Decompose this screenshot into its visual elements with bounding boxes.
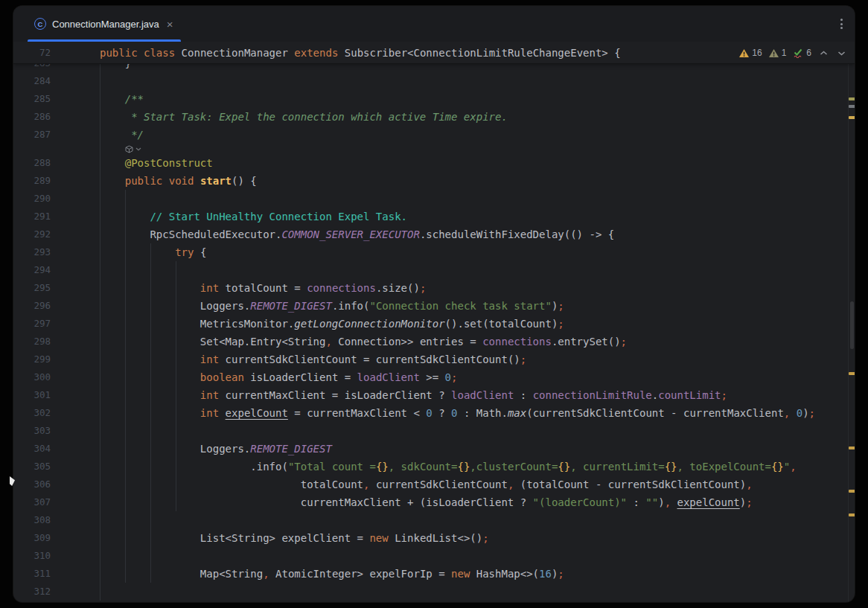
code-text: /** [100,90,144,108]
stripe-warning-mark[interactable] [849,372,855,375]
code-line[interactable]: 296 Loggers.REMOTE_DIGEST.info("Connecti… [13,297,848,315]
line-number[interactable] [13,144,51,154]
code-editor[interactable]: 283 }284285 /**286 * Start Task: Expel t… [13,6,855,602]
stripe-warning-mark[interactable] [849,490,855,493]
line-number[interactable]: 308 [13,511,51,529]
bean-inlay-icon[interactable] [125,145,133,153]
tab-close-icon[interactable]: × [167,19,173,30]
line-number[interactable]: 285 [13,90,51,108]
line-number[interactable]: 299 [13,351,51,368]
line-number[interactable]: 296 [13,297,51,315]
inlay-hint[interactable] [100,144,141,154]
editor-tab-bar: C ConnectionManager.java × [13,6,855,42]
weak-warning-icon [769,49,779,57]
tab-label: ConnectionManager.java [52,19,159,30]
code-text: Loggers.REMOTE_DIGEST [100,440,332,458]
code-text: Set<Map.Entry<String, Connection>> entri… [100,333,627,351]
line-number[interactable]: 304 [13,440,51,458]
code-line[interactable]: 305 .info("Total count ={}, sdkCount={},… [13,458,848,476]
scrollbar-track-line [848,42,849,602]
line-number[interactable]: 287 [13,126,51,144]
code-text: int currentMaxClient = isLoaderClient ? … [100,386,727,404]
code-line[interactable]: 311 Map<String, AtomicInteger> expelForI… [13,565,848,583]
sticky-line-code: public class ConnectionManager extends S… [100,42,621,64]
weak-warning-indicator[interactable]: 1 [769,48,787,58]
inlay-chevron-down-icon[interactable] [135,147,141,151]
code-line[interactable]: 306 totalCount, currentSdkClientCount, (… [13,476,848,493]
code-text: .info("Total count ={}, sdkCount={},clus… [100,458,797,476]
line-number[interactable]: 291 [13,208,51,225]
line-number[interactable]: 292 [13,225,51,243]
code-line[interactable]: 291 // Start UnHealthy Connection Expel … [13,208,848,225]
line-number[interactable]: 310 [13,547,51,565]
line-number[interactable]: 301 [13,386,51,404]
line-number[interactable]: 303 [13,422,51,440]
line-number[interactable]: 307 [13,493,51,511]
code-line[interactable]: 295 int totalCount = connections.size(); [13,279,848,297]
stripe-warning-mark[interactable] [849,116,855,119]
code-line[interactable]: 297 MetricsMonitor.getLongConnectionMoni… [13,315,848,333]
warning-indicator[interactable]: 16 [739,48,762,58]
code-lines[interactable]: 283 }284285 /**286 * Start Task: Expel t… [13,54,848,601]
inlay-hint-row[interactable] [13,144,848,154]
code-line[interactable]: 290 [13,190,848,208]
line-number[interactable]: 298 [13,333,51,351]
code-line[interactable]: 303 [13,422,848,440]
line-number[interactable]: 294 [13,261,51,279]
typo-icon [793,48,803,58]
code-line[interactable]: 307 currentMaxClient + (isLoaderClient ?… [13,493,848,511]
stripe-warning-mark[interactable] [849,105,855,108]
code-line[interactable]: 309 List<String> expelClient = new Linke… [13,529,848,547]
line-number[interactable]: 309 [13,529,51,547]
more-options-icon[interactable] [839,17,844,31]
code-line[interactable]: 294 [13,261,848,279]
active-tab-underline [28,39,181,42]
line-number[interactable]: 311 [13,565,51,583]
line-number[interactable]: 300 [13,368,51,386]
previous-problem-chevron-up-icon[interactable] [818,49,829,57]
scrollbar-thumb[interactable] [850,301,854,349]
code-line[interactable]: 310 [13,547,848,565]
code-text: // Start UnHealthy Connection Expel Task… [100,208,407,225]
tab-connectionmanager-java[interactable]: C ConnectionManager.java × [28,6,181,42]
line-number[interactable]: 286 [13,108,51,126]
line-number[interactable]: 289 [13,172,51,190]
code-line[interactable]: 286 * Start Task: Expel the connection w… [13,108,848,126]
code-line[interactable]: 304 Loggers.REMOTE_DIGEST [13,440,848,458]
code-line[interactable]: 293 try { [13,243,848,261]
typo-indicator[interactable]: 6 [793,48,811,58]
code-line[interactable]: 285 /** [13,90,848,108]
line-number[interactable]: 306 [13,476,51,493]
line-number[interactable]: 284 [13,72,51,90]
line-number[interactable]: 305 [13,458,51,476]
line-number[interactable]: 295 [13,279,51,297]
code-line[interactable]: 289 public void start() { [13,172,848,190]
line-number[interactable]: 290 [13,190,51,208]
stripe-warning-mark[interactable] [849,513,855,516]
sticky-header-line[interactable]: 72 public class ConnectionManager extend… [13,42,855,64]
code-line[interactable]: 299 int currentSdkClientCount = currentS… [13,351,848,368]
line-number[interactable]: 288 [13,154,51,172]
code-line[interactable]: 298 Set<Map.Entry<String, Connection>> e… [13,333,848,351]
next-problem-chevron-down-icon[interactable] [836,49,847,57]
code-line[interactable]: 288 @PostConstruct [13,154,848,172]
line-number[interactable]: 297 [13,315,51,333]
line-number[interactable]: 312 [13,583,51,601]
code-line[interactable]: 308 [13,511,848,529]
stripe-warning-mark[interactable] [849,97,855,100]
code-line[interactable]: 302 int expelCount = currentMaxClient < … [13,404,848,422]
stripe-warning-mark[interactable] [849,447,855,449]
code-text: */ [100,126,144,144]
code-line[interactable]: 284 [13,72,848,90]
warning-count: 16 [752,48,762,58]
code-line[interactable]: 312 [13,583,848,601]
code-line[interactable]: 301 int currentMaxClient = isLoaderClien… [13,386,848,404]
code-line[interactable]: 292 RpcScheduledExecutor.COMMON_SERVER_E… [13,225,848,243]
code-text: totalCount, currentSdkClientCount, (tota… [100,476,753,493]
code-line[interactable]: 300 boolean isLoaderClient = loadClient … [13,368,848,386]
code-line[interactable]: 287 */ [13,126,848,144]
code-text: * Start Task: Expel the connection which… [100,108,508,126]
line-number[interactable]: 293 [13,243,51,261]
code-text: List<String> expelClient = new LinkedLis… [100,529,489,547]
line-number[interactable]: 302 [13,404,51,422]
